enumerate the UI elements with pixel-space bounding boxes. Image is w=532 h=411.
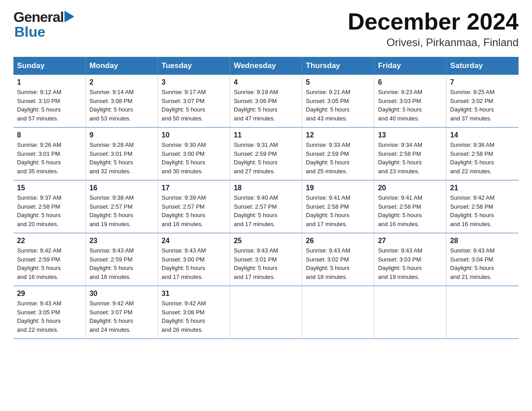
calendar-cell: 29Sunrise: 9:43 AM Sunset: 3:05 PM Dayli… (13, 286, 86, 339)
day-number: 31 (162, 290, 226, 298)
calendar-cell: 6Sunrise: 9:23 AM Sunset: 3:03 PM Daylig… (374, 75, 446, 128)
calendar-cell: 20Sunrise: 9:41 AM Sunset: 2:58 PM Dayli… (374, 180, 446, 233)
calendar-cell: 9Sunrise: 9:28 AM Sunset: 3:01 PM Daylig… (86, 128, 158, 180)
day-info: Sunrise: 9:19 AM Sunset: 3:06 PM Dayligh… (234, 88, 298, 123)
day-number: 8 (17, 131, 82, 139)
day-number: 17 (162, 184, 226, 192)
logo-general-text: General (13, 9, 64, 26)
logo-image: General (13, 9, 74, 26)
day-info: Sunrise: 9:26 AM Sunset: 3:01 PM Dayligh… (17, 141, 82, 176)
day-number: 28 (450, 237, 515, 245)
calendar-title-block: December 2024 Orivesi, Pirkanmaa, Finlan… (348, 9, 519, 49)
day-number: 9 (90, 131, 154, 139)
calendar-cell: 16Sunrise: 9:38 AM Sunset: 2:57 PM Dayli… (86, 180, 158, 233)
day-info: Sunrise: 9:17 AM Sunset: 3:07 PM Dayligh… (162, 88, 226, 123)
day-info: Sunrise: 9:43 AM Sunset: 3:03 PM Dayligh… (378, 246, 442, 281)
day-info: Sunrise: 9:41 AM Sunset: 2:58 PM Dayligh… (378, 193, 442, 228)
day-number: 30 (90, 290, 154, 298)
day-info: Sunrise: 9:30 AM Sunset: 3:00 PM Dayligh… (162, 141, 226, 176)
calendar-cell: 13Sunrise: 9:34 AM Sunset: 2:58 PM Dayli… (374, 128, 446, 180)
calendar-cell: 18Sunrise: 9:40 AM Sunset: 2:57 PM Dayli… (230, 180, 302, 233)
page-header: General Blue December 2024 Orivesi, Pirk… (13, 9, 519, 49)
day-info: Sunrise: 9:23 AM Sunset: 3:03 PM Dayligh… (378, 88, 442, 123)
day-info: Sunrise: 9:42 AM Sunset: 2:59 PM Dayligh… (17, 246, 82, 281)
day-info: Sunrise: 9:43 AM Sunset: 3:04 PM Dayligh… (450, 246, 515, 281)
day-number: 20 (378, 184, 442, 192)
calendar-cell: 19Sunrise: 9:41 AM Sunset: 2:58 PM Dayli… (302, 180, 374, 233)
day-info: Sunrise: 9:14 AM Sunset: 3:08 PM Dayligh… (90, 88, 154, 123)
calendar-table: Sunday Monday Tuesday Wednesday Thursday… (13, 57, 519, 339)
header-saturday: Saturday (446, 57, 519, 75)
logo-arrow-icon (64, 11, 74, 22)
day-number: 15 (17, 184, 82, 192)
day-info: Sunrise: 9:42 AM Sunset: 3:07 PM Dayligh… (90, 299, 154, 334)
calendar-header-row: Sunday Monday Tuesday Wednesday Thursday… (13, 57, 519, 75)
header-wednesday: Wednesday (230, 57, 302, 75)
day-info: Sunrise: 9:41 AM Sunset: 2:58 PM Dayligh… (306, 193, 370, 228)
calendar-cell: 11Sunrise: 9:31 AM Sunset: 2:59 PM Dayli… (230, 128, 302, 180)
day-info: Sunrise: 9:25 AM Sunset: 3:02 PM Dayligh… (450, 88, 515, 123)
day-number: 3 (162, 78, 226, 86)
calendar-cell (446, 286, 519, 339)
day-number: 23 (90, 237, 154, 245)
day-number: 5 (306, 78, 370, 86)
day-number: 7 (450, 78, 515, 86)
day-info: Sunrise: 9:34 AM Sunset: 2:58 PM Dayligh… (378, 141, 442, 176)
calendar-week-row: 1Sunrise: 9:12 AM Sunset: 3:10 PM Daylig… (13, 75, 519, 128)
calendar-cell: 31Sunrise: 9:42 AM Sunset: 3:08 PM Dayli… (158, 286, 230, 339)
day-info: Sunrise: 9:33 AM Sunset: 2:59 PM Dayligh… (306, 141, 370, 176)
day-info: Sunrise: 9:43 AM Sunset: 3:02 PM Dayligh… (306, 246, 370, 281)
day-info: Sunrise: 9:43 AM Sunset: 3:01 PM Dayligh… (234, 246, 298, 281)
day-info: Sunrise: 9:37 AM Sunset: 2:58 PM Dayligh… (17, 193, 82, 228)
day-number: 1 (17, 78, 82, 86)
logo: General Blue (13, 9, 74, 40)
calendar-cell: 27Sunrise: 9:43 AM Sunset: 3:03 PM Dayli… (374, 233, 446, 286)
calendar-cell: 12Sunrise: 9:33 AM Sunset: 2:59 PM Dayli… (302, 128, 374, 180)
day-info: Sunrise: 9:43 AM Sunset: 3:00 PM Dayligh… (162, 246, 226, 281)
calendar-cell: 26Sunrise: 9:43 AM Sunset: 3:02 PM Dayli… (302, 233, 374, 286)
day-info: Sunrise: 9:42 AM Sunset: 3:08 PM Dayligh… (162, 299, 226, 334)
day-info: Sunrise: 9:42 AM Sunset: 2:58 PM Dayligh… (450, 193, 515, 228)
day-number: 29 (17, 290, 82, 298)
calendar-cell (374, 286, 446, 339)
calendar-cell: 25Sunrise: 9:43 AM Sunset: 3:01 PM Dayli… (230, 233, 302, 286)
day-info: Sunrise: 9:43 AM Sunset: 3:05 PM Dayligh… (17, 299, 82, 334)
day-number: 18 (234, 184, 298, 192)
calendar-cell: 10Sunrise: 9:30 AM Sunset: 3:00 PM Dayli… (158, 128, 230, 180)
calendar-week-row: 15Sunrise: 9:37 AM Sunset: 2:58 PM Dayli… (13, 180, 519, 233)
calendar-cell: 14Sunrise: 9:36 AM Sunset: 2:58 PM Dayli… (446, 128, 519, 180)
calendar-week-row: 8Sunrise: 9:26 AM Sunset: 3:01 PM Daylig… (13, 128, 519, 180)
day-info: Sunrise: 9:40 AM Sunset: 2:57 PM Dayligh… (234, 193, 298, 228)
day-number: 2 (90, 78, 154, 86)
header-monday: Monday (86, 57, 158, 75)
day-number: 25 (234, 237, 298, 245)
header-thursday: Thursday (302, 57, 374, 75)
day-info: Sunrise: 9:21 AM Sunset: 3:05 PM Dayligh… (306, 88, 370, 123)
calendar-cell: 24Sunrise: 9:43 AM Sunset: 3:00 PM Dayli… (158, 233, 230, 286)
calendar-cell (230, 286, 302, 339)
header-sunday: Sunday (13, 57, 86, 75)
calendar-cell: 30Sunrise: 9:42 AM Sunset: 3:07 PM Dayli… (86, 286, 158, 339)
day-number: 27 (378, 237, 442, 245)
calendar-cell: 1Sunrise: 9:12 AM Sunset: 3:10 PM Daylig… (13, 75, 86, 128)
day-number: 11 (234, 131, 298, 139)
calendar-week-row: 22Sunrise: 9:42 AM Sunset: 2:59 PM Dayli… (13, 233, 519, 286)
calendar-cell (302, 286, 374, 339)
day-number: 14 (450, 131, 515, 139)
calendar-cell: 28Sunrise: 9:43 AM Sunset: 3:04 PM Dayli… (446, 233, 519, 286)
calendar-week-row: 29Sunrise: 9:43 AM Sunset: 3:05 PM Dayli… (13, 286, 519, 339)
day-info: Sunrise: 9:36 AM Sunset: 2:58 PM Dayligh… (450, 141, 515, 176)
calendar-cell: 3Sunrise: 9:17 AM Sunset: 3:07 PM Daylig… (158, 75, 230, 128)
day-number: 6 (378, 78, 442, 86)
header-tuesday: Tuesday (158, 57, 230, 75)
logo-blue-text: Blue (14, 24, 45, 40)
svg-marker-0 (64, 11, 74, 22)
calendar-cell: 4Sunrise: 9:19 AM Sunset: 3:06 PM Daylig… (230, 75, 302, 128)
day-info: Sunrise: 9:12 AM Sunset: 3:10 PM Dayligh… (17, 88, 82, 123)
day-number: 26 (306, 237, 370, 245)
calendar-cell: 22Sunrise: 9:42 AM Sunset: 2:59 PM Dayli… (13, 233, 86, 286)
calendar-cell: 21Sunrise: 9:42 AM Sunset: 2:58 PM Dayli… (446, 180, 519, 233)
day-number: 13 (378, 131, 442, 139)
day-number: 24 (162, 237, 226, 245)
calendar-cell: 23Sunrise: 9:43 AM Sunset: 2:59 PM Dayli… (86, 233, 158, 286)
